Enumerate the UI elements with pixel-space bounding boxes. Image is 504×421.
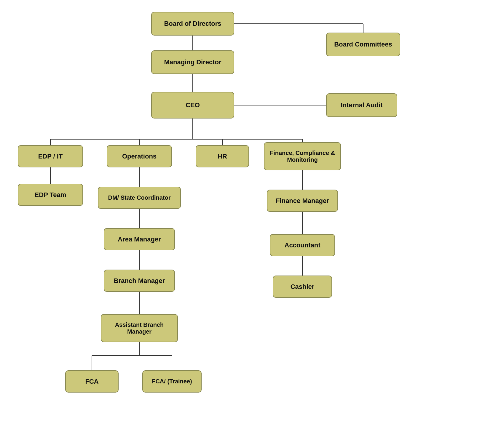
node-finance-manager: Finance Manager xyxy=(267,190,338,212)
org-chart: Board of Directors Board Committees Mana… xyxy=(0,0,504,421)
node-edp-team: EDP Team xyxy=(18,184,83,206)
node-asst-branch-manager: Assistant BranchManager xyxy=(101,314,178,342)
node-fca: FCA xyxy=(65,370,119,393)
connector-lines xyxy=(0,0,504,421)
node-area-manager: Area Manager xyxy=(104,228,175,250)
node-operations: Operations xyxy=(107,145,172,167)
node-internal-audit: Internal Audit xyxy=(326,93,397,117)
node-edp-it: EDP / IT xyxy=(18,145,83,167)
node-accountant: Accountant xyxy=(270,234,335,256)
node-branch-manager: Branch Manager xyxy=(104,270,175,292)
node-fca-trainee: FCA/ (Trainee) xyxy=(142,370,202,393)
node-managing-director: Managing Director xyxy=(151,50,234,74)
node-ceo: CEO xyxy=(151,92,234,119)
node-board-committees: Board Committees xyxy=(326,33,400,56)
node-hr: HR xyxy=(196,145,249,167)
node-cashier: Cashier xyxy=(273,276,332,298)
node-dm-state: DM/ State Coordinator xyxy=(98,187,181,209)
node-board-of-directors: Board of Directors xyxy=(151,12,234,36)
node-finance-compliance: Finance, Compliance &Monitoring xyxy=(264,142,341,170)
